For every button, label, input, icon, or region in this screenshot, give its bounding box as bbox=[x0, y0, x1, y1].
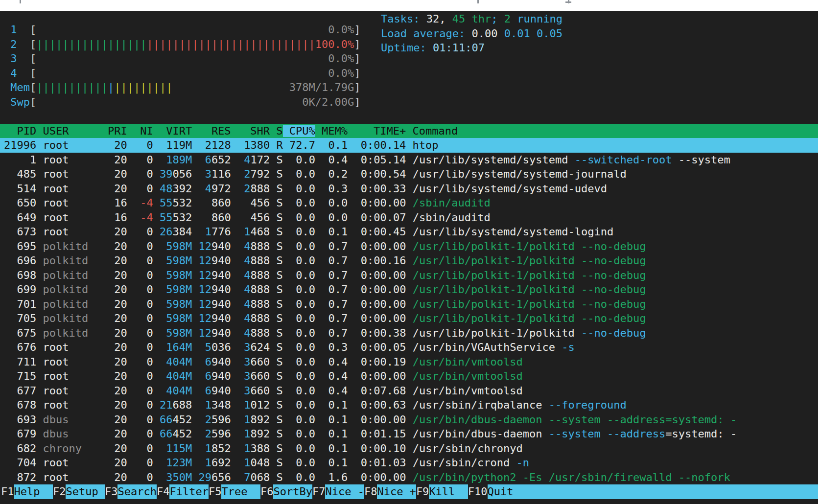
fkey-f5-tree[interactable]: F5Tree bbox=[209, 484, 260, 499]
column-header-virt[interactable]: VIRT bbox=[153, 125, 192, 137]
fkey-f6-sortby[interactable]: F6SortBy bbox=[260, 484, 312, 499]
meter-close-bracket: ] bbox=[354, 23, 360, 36]
mem-meter-value: 378M/1.79G bbox=[289, 81, 354, 93]
tasks-summary: Tasks: 32, 45 thr; 2 running bbox=[381, 12, 563, 26]
cpu1-meter-value: 0.0% bbox=[328, 23, 354, 36]
process-row-679[interactable]: 679 dbus 20 0 66452 2596 1892 S 0.0 0.1 … bbox=[0, 427, 818, 441]
column-header-res[interactable]: RES bbox=[192, 125, 231, 137]
meter-bar-segment: ||||||||||||||||| bbox=[36, 38, 146, 50]
fkey-key-label: F5 bbox=[209, 484, 222, 499]
process-row-682[interactable]: 682 chrony 20 0 115M 1852 1388 S 0.0 0.1… bbox=[0, 441, 818, 456]
process-row-678[interactable]: 678 root 20 0 21688 1348 1012 S 0.0 0.1 … bbox=[0, 398, 818, 412]
fkey-action-label: Tree bbox=[221, 484, 260, 499]
column-header-time[interactable]: TIME+ bbox=[348, 125, 406, 137]
process-row-698[interactable]: 698 polkitd 20 0 598M 12940 4888 S 0.0 0… bbox=[0, 268, 818, 283]
process-row-514[interactable]: 514 root 20 0 48392 4972 2888 S 0.0 0.3 … bbox=[0, 182, 818, 196]
fkey-key-label: F2 bbox=[53, 484, 66, 499]
fkey-f8-nice+[interactable]: F8Nice + bbox=[364, 484, 416, 499]
meter-open-bracket: [ bbox=[30, 23, 36, 36]
process-row-693[interactable]: 693 dbus 20 0 66452 2596 1892 S 0.0 0.1 … bbox=[0, 412, 818, 427]
process-row-675[interactable]: 675 polkitd 20 0 598M 12940 4888 S 0.0 0… bbox=[0, 326, 818, 341]
meter-close-bracket: ] bbox=[354, 67, 360, 79]
column-header-s[interactable]: S bbox=[270, 125, 283, 137]
column-header-shr[interactable]: SHR bbox=[231, 125, 270, 137]
cpu3-meter-label: 3 bbox=[10, 52, 30, 65]
process-row-676[interactable]: 676 root 20 0 164M 5036 3624 S 0.0 0.3 0… bbox=[0, 340, 818, 355]
column-header-user[interactable]: USER bbox=[36, 125, 101, 137]
meter-close-bracket: ] bbox=[354, 96, 360, 108]
uptime: Uptime: 01:11:07 bbox=[381, 41, 563, 55]
fkey-action-label: Quit bbox=[488, 484, 526, 499]
process-row-649[interactable]: 649 root 16 -4 55532 860 456 S 0.0 0.0 0… bbox=[0, 210, 818, 225]
fkey-key-label: F10 bbox=[468, 484, 488, 499]
meter-open-bracket: [ bbox=[30, 67, 36, 79]
fkey-key-label: F3 bbox=[105, 484, 118, 499]
column-header-ni[interactable]: NI bbox=[127, 125, 153, 137]
meter-open-bracket: [ bbox=[30, 81, 36, 93]
process-row-485[interactable]: 485 root 20 0 39056 3116 2792 S 0.0 0.2 … bbox=[0, 167, 818, 182]
function-key-bar: F1Help F2Setup F3SearchF4FilterF5Tree F6… bbox=[0, 484, 818, 499]
meter-open-bracket: [ bbox=[30, 96, 36, 108]
fkey-key-label: F7 bbox=[312, 484, 326, 499]
meter-bar-segment: ||||||||||| bbox=[36, 81, 108, 93]
fkey-f2-setup[interactable]: F2Setup bbox=[53, 484, 105, 499]
cpu1-meter-label: 1 bbox=[10, 23, 30, 36]
cpu2-meter-value: 100.0% bbox=[315, 38, 354, 50]
fkey-key-label: F6 bbox=[260, 484, 274, 499]
swp-meter-value: 0K/2.00G bbox=[302, 96, 354, 108]
process-row-699[interactable]: 699 polkitd 20 0 598M 12940 4888 S 0.0 0… bbox=[0, 282, 818, 297]
column-header-command[interactable]: Command bbox=[406, 125, 458, 137]
fkey-key-label: F9 bbox=[416, 484, 429, 499]
meter-open-bracket: [ bbox=[30, 38, 36, 50]
process-row-695[interactable]: 695 polkitd 20 0 598M 12940 4888 S 0.0 0… bbox=[0, 239, 818, 254]
meter-close-bracket: ] bbox=[354, 81, 360, 93]
process-row-21996[interactable]: 21996 root 20 0 119M 2128 1380 R 72.7 0.… bbox=[0, 138, 818, 153]
fkey-f9-kill[interactable]: F9Kill bbox=[416, 484, 468, 499]
process-row-715[interactable]: 715 root 20 0 404M 6940 3660 S 0.0 0.4 0… bbox=[0, 369, 818, 384]
process-row-650[interactable]: 650 root 16 -4 55532 860 456 S 0.0 0.0 0… bbox=[0, 196, 818, 210]
process-row-711[interactable]: 711 root 20 0 404M 6940 3660 S 0.0 0.4 0… bbox=[0, 355, 818, 369]
load-average: Load average: 0.00 0.01 0.05 bbox=[381, 26, 563, 41]
process-row-673[interactable]: 673 root 20 0 26384 1776 1468 S 0.0 0.1 … bbox=[0, 225, 818, 239]
cpu3-meter-value: 0.0% bbox=[328, 52, 354, 65]
process-row-1[interactable]: 1 root 20 0 189M 6652 4172 S 0.0 0.4 0:0… bbox=[0, 153, 818, 167]
fkey-f10-quit[interactable]: F10Quit bbox=[468, 484, 526, 499]
cpu4-meter-label: 4 bbox=[10, 67, 30, 79]
process-row-677[interactable]: 677 root 20 0 404M 6940 3660 S 0.0 0.4 0… bbox=[0, 384, 818, 398]
meter-bar-segment: | bbox=[108, 81, 114, 93]
fkey-f4-filter[interactable]: F4Filter bbox=[157, 484, 209, 499]
meter-close-bracket: ] bbox=[354, 52, 360, 65]
fkey-action-label: Setup bbox=[66, 484, 104, 499]
mem-meter: Mem[||||||||||||||||||||| 378M/1.79G] bbox=[0, 80, 818, 95]
fkey-action-label: Nice - bbox=[325, 484, 364, 499]
cpu4-meter: 4 [ 0.0%] bbox=[0, 66, 818, 81]
fkey-key-label: F4 bbox=[157, 484, 170, 499]
column-header-cpu[interactable]: CPU% bbox=[283, 125, 315, 137]
fkey-action-label: Help bbox=[14, 484, 53, 499]
process-row-872[interactable]: 872 root 20 0 350M 29656 7068 S 0.0 1.6 … bbox=[0, 470, 818, 485]
cpu4-meter-value: 0.0% bbox=[328, 67, 354, 79]
column-header-mem[interactable]: MEM% bbox=[315, 125, 348, 137]
process-row-701[interactable]: 701 polkitd 20 0 598M 12940 4888 S 0.0 0… bbox=[0, 297, 818, 312]
page-top-strip bbox=[0, 0, 821, 11]
page-right-strip bbox=[818, 11, 821, 504]
process-row-704[interactable]: 704 root 20 0 123M 1692 1048 S 0.0 0.1 0… bbox=[0, 456, 818, 470]
meter-bar-segment: |||||||||||||||||||||||||| bbox=[146, 38, 315, 50]
fkey-action-label: Kill bbox=[429, 484, 468, 499]
process-row-705[interactable]: 705 polkitd 20 0 598M 12940 4888 S 0.0 0… bbox=[0, 311, 818, 326]
fkey-action-label: SortBy bbox=[273, 484, 312, 499]
cropped-glyph-fragment bbox=[477, 0, 479, 3]
process-table: PID USER PRI NI VIRT RES SHR S CPU% MEM%… bbox=[4, 124, 818, 485]
meter-bar-segment: ||||||||| bbox=[114, 81, 172, 93]
meter-close-bracket: ] bbox=[354, 38, 360, 50]
fkey-f1-help[interactable]: F1Help bbox=[1, 484, 53, 499]
cropped-glyph-fragment bbox=[20, 0, 21, 3]
fkey-key-label: F8 bbox=[364, 484, 377, 499]
spacer-line bbox=[0, 109, 818, 124]
fkey-f7-nice-[interactable]: F7Nice - bbox=[312, 484, 364, 499]
fkey-action-label: Nice + bbox=[377, 484, 416, 499]
fkey-f3-search[interactable]: F3Search bbox=[105, 484, 157, 499]
column-header-pri[interactable]: PRI bbox=[101, 125, 127, 137]
column-header-pid[interactable]: PID bbox=[4, 125, 36, 137]
process-row-696[interactable]: 696 polkitd 20 0 598M 12940 4888 S 0.0 0… bbox=[0, 253, 818, 268]
